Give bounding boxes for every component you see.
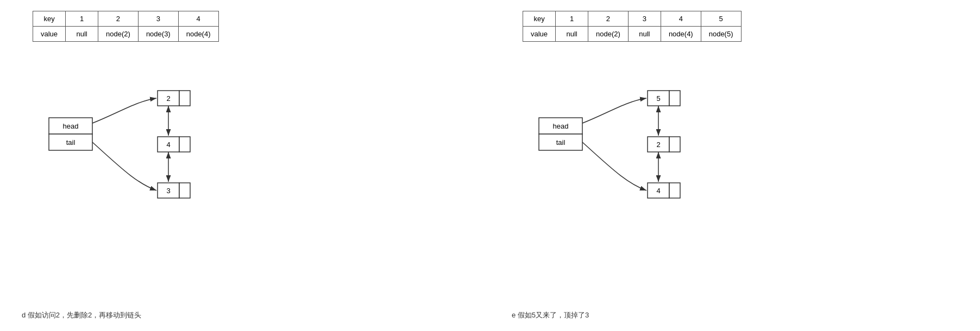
right-table-val-4: node(4) [661, 27, 701, 42]
right-table-header-3: 3 [628, 11, 661, 27]
left-table: key 1 2 3 4 value null node(2) node(3) n… [33, 11, 219, 42]
right-table-header-4: 4 [661, 11, 701, 27]
left-table-header-4: 4 [178, 11, 218, 27]
right-table-header-5: 5 [701, 11, 741, 27]
right-node4-label: 4 [656, 187, 660, 195]
right-section: key 1 2 3 4 5 value null node(2) null no… [490, 0, 980, 331]
right-table-header-key: key [523, 11, 556, 27]
right-table-header-1: 1 [556, 11, 588, 27]
right-tail-label: tail [556, 138, 566, 147]
left-section: key 1 2 3 4 value null node(2) node(3) n… [0, 0, 490, 331]
left-caption: d 假如访问2，先删除2，再移动到链头 [22, 310, 141, 320]
left-table-row-label: value [33, 27, 66, 42]
svg-rect-15 [669, 91, 680, 106]
right-table-header-2: 2 [588, 11, 629, 27]
right-table-val-5: node(5) [701, 27, 741, 42]
left-table-header-2: 2 [98, 11, 139, 27]
svg-rect-17 [669, 137, 680, 152]
right-node2-label: 2 [656, 141, 660, 149]
left-table-val-1: null [66, 27, 98, 42]
left-table-header-key: key [33, 11, 66, 27]
left-tail-label: tail [66, 138, 76, 147]
svg-rect-19 [669, 183, 680, 198]
left-node3-label: 3 [166, 187, 170, 195]
svg-rect-5 [179, 137, 190, 152]
left-head-label: head [63, 122, 79, 130]
right-head-label: head [553, 122, 569, 130]
left-table-val-2: node(2) [98, 27, 139, 42]
svg-rect-7 [179, 183, 190, 198]
svg-rect-3 [179, 91, 190, 106]
left-table-val-3: node(3) [138, 27, 178, 42]
right-table-val-2: node(2) [588, 27, 629, 42]
left-table-header-3: 3 [138, 11, 178, 27]
left-diagram: head tail 2 4 3 [16, 58, 474, 305]
right-table-row-label: value [523, 27, 556, 42]
right-table-val-1: null [556, 27, 588, 42]
left-table-header-1: 1 [66, 11, 98, 27]
right-caption: e 假如5又来了，顶掉了3 [512, 310, 589, 320]
right-node5-label: 5 [656, 94, 660, 103]
right-table: key 1 2 3 4 5 value null node(2) null no… [523, 11, 742, 42]
left-node4-label: 4 [166, 141, 170, 149]
right-diagram: head tail 5 2 4 [506, 58, 964, 305]
left-table-val-4: node(4) [178, 27, 218, 42]
left-node2-label: 2 [166, 94, 170, 103]
right-table-val-3: null [628, 27, 661, 42]
